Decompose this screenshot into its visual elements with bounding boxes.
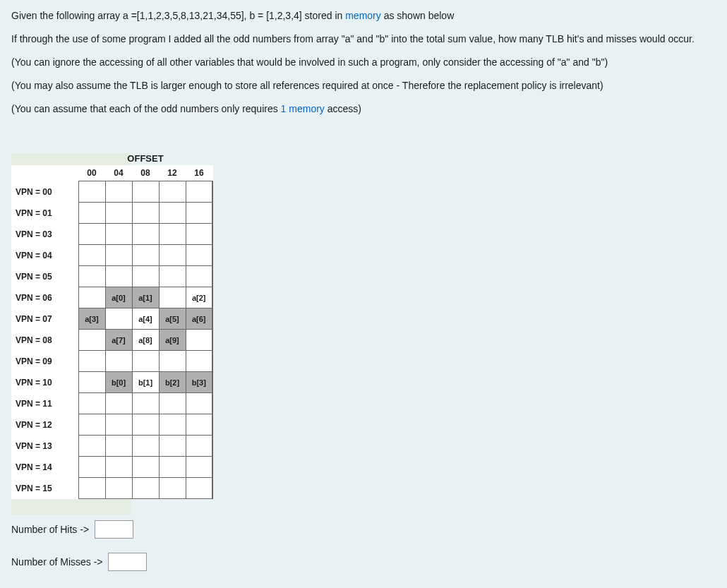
table-row: VPN = 01 bbox=[11, 203, 212, 224]
memory-cell: a[0] bbox=[105, 287, 132, 308]
memory-cell bbox=[159, 351, 186, 372]
memory-cell bbox=[105, 436, 132, 457]
misses-answer-row: Number of Misses -> bbox=[11, 553, 716, 571]
vpn-label: VPN = 08 bbox=[11, 330, 78, 351]
memory-cell bbox=[132, 224, 159, 245]
memory-cell bbox=[159, 181, 186, 203]
memory-cell bbox=[132, 478, 159, 499]
offset-col-3: 12 bbox=[159, 165, 186, 181]
table-row: VPN = 12 bbox=[11, 414, 212, 436]
memory-cell bbox=[132, 266, 159, 287]
vpn-label: VPN = 12 bbox=[11, 414, 78, 436]
memory-cell bbox=[78, 203, 105, 224]
memory-cell: b[0] bbox=[105, 372, 132, 393]
memory-cell bbox=[78, 330, 105, 351]
memory-cell bbox=[78, 181, 105, 203]
memory-cell: b[1] bbox=[132, 372, 159, 393]
memory-cell bbox=[132, 181, 159, 203]
table-row: VPN = 05 bbox=[11, 266, 212, 287]
vpn-label: VPN = 07 bbox=[11, 308, 78, 330]
memory-cell bbox=[105, 181, 132, 203]
misses-input[interactable] bbox=[108, 553, 147, 571]
memory-cell bbox=[132, 245, 159, 266]
question-text: Given the following array a =[1,1,2,3,5,… bbox=[11, 8, 716, 116]
memory-cell bbox=[105, 245, 132, 266]
offset-header-title: OFFSET bbox=[78, 153, 212, 164]
memory-cell bbox=[105, 351, 132, 372]
text: (You can assume that each of the odd num… bbox=[11, 103, 281, 114]
table-row: VPN = 13 bbox=[11, 436, 212, 457]
vpn-label: VPN = 06 bbox=[11, 287, 78, 308]
memory-cell: a[1] bbox=[132, 287, 159, 308]
vpn-label: VPN = 09 bbox=[11, 351, 78, 372]
question-line-5: (You can assume that each of the odd num… bbox=[11, 102, 716, 116]
memory-cell bbox=[132, 393, 159, 414]
table-row: VPN = 15 bbox=[11, 478, 212, 499]
memory-table-container: OFFSET 00 04 08 12 16 VPN = 00VPN = 01VP… bbox=[11, 153, 213, 499]
question-line-3: (You can ignore the accessing of all oth… bbox=[11, 55, 716, 70]
vpn-label: VPN = 11 bbox=[11, 393, 78, 414]
vpn-label: VPN = 00 bbox=[11, 181, 78, 203]
hits-label: Number of Hits -> bbox=[11, 524, 89, 535]
memory-link[interactable]: memory bbox=[345, 10, 381, 21]
memory-cell bbox=[78, 414, 105, 436]
memory-cell bbox=[105, 266, 132, 287]
memory-cell bbox=[159, 203, 186, 224]
memory-cell bbox=[78, 436, 105, 457]
memory-cell bbox=[186, 266, 212, 287]
table-row: VPN = 06a[0]a[1]a[2] bbox=[11, 287, 212, 308]
memory-cell bbox=[186, 203, 212, 224]
memory-cell bbox=[186, 393, 212, 414]
vpn-label: VPN = 10 bbox=[11, 372, 78, 393]
hits-input[interactable] bbox=[95, 520, 133, 539]
one-memory-link[interactable]: 1 memory bbox=[281, 103, 325, 114]
memory-cell bbox=[186, 436, 212, 457]
table-row: VPN = 07a[3]a[4]a[5]a[6] bbox=[11, 308, 212, 330]
memory-cell bbox=[78, 478, 105, 499]
table-row: VPN = 04 bbox=[11, 245, 212, 266]
memory-cell bbox=[159, 457, 186, 478]
memory-cell bbox=[132, 457, 159, 478]
memory-cell bbox=[132, 351, 159, 372]
memory-cell: a[6] bbox=[186, 308, 212, 330]
offset-col-1: 04 bbox=[105, 165, 132, 181]
offset-col-2: 08 bbox=[132, 165, 159, 181]
hits-answer-row: Number of Hits -> bbox=[11, 520, 716, 539]
memory-cell bbox=[186, 330, 212, 351]
memory-cell bbox=[186, 181, 212, 203]
table-row: VPN = 11 bbox=[11, 393, 212, 414]
memory-cell bbox=[78, 245, 105, 266]
table-row: VPN = 09 bbox=[11, 351, 212, 372]
vpn-label: VPN = 05 bbox=[11, 266, 78, 287]
memory-cell bbox=[159, 436, 186, 457]
memory-cell bbox=[105, 224, 132, 245]
memory-cell bbox=[159, 393, 186, 414]
memory-cell bbox=[105, 478, 132, 499]
memory-table: 00 04 08 12 16 VPN = 00VPN = 01VPN = 03V… bbox=[11, 165, 213, 499]
memory-cell bbox=[105, 203, 132, 224]
corner-cell bbox=[11, 165, 78, 181]
memory-cell bbox=[186, 224, 212, 245]
memory-cell: a[3] bbox=[78, 308, 105, 330]
memory-cell: a[2] bbox=[186, 287, 212, 308]
offset-col-0: 00 bbox=[78, 165, 105, 181]
question-line-4: (You may also assume the TLB is larger e… bbox=[11, 78, 716, 93]
memory-cell: a[9] bbox=[159, 330, 186, 351]
memory-cell: a[7] bbox=[105, 330, 132, 351]
question-line-1: Given the following array a =[1,1,2,3,5,… bbox=[11, 8, 716, 23]
memory-cell bbox=[78, 372, 105, 393]
memory-cell bbox=[78, 287, 105, 308]
memory-cell bbox=[78, 393, 105, 414]
memory-cell bbox=[159, 224, 186, 245]
memory-cell bbox=[159, 245, 186, 266]
offset-header-row: 00 04 08 12 16 bbox=[11, 165, 212, 181]
offset-col-4: 16 bbox=[186, 165, 212, 181]
memory-cell: a[8] bbox=[132, 330, 159, 351]
table-row: VPN = 00 bbox=[11, 181, 212, 203]
memory-cell bbox=[186, 478, 212, 499]
memory-cell bbox=[159, 414, 186, 436]
memory-cell bbox=[105, 414, 132, 436]
vpn-label: VPN = 14 bbox=[11, 457, 78, 478]
memory-cell: a[5] bbox=[159, 308, 186, 330]
question-line-2: If through the use of some program I add… bbox=[11, 32, 716, 47]
